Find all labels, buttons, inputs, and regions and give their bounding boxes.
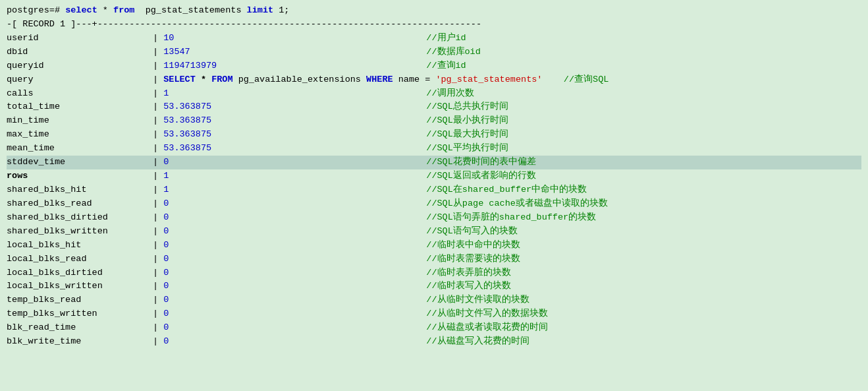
table-name: pg_stat_statements [134, 4, 246, 18]
prompt-line: postgres=# select * from pg_stat_stateme… [7, 4, 861, 18]
comment-total-time: //SQL总共执行时间 [367, 100, 508, 114]
kw-limit: limit [247, 4, 274, 18]
field-temp-blks-read: temp_blks_read [7, 293, 153, 307]
row-total-time: total_time | 53.363875 //SQL总共执行时间 [7, 100, 861, 114]
val-local-blks-read: 0 [163, 253, 367, 266]
val-queryid: 1194713979 [163, 59, 367, 73]
field-total-time: total_time [7, 100, 153, 114]
field-dbid: dbid [7, 45, 153, 59]
field-query: query [7, 73, 153, 87]
val-total-time: 53.363875 [163, 100, 367, 114]
field-rows: rows [7, 169, 153, 183]
val-stddev-time: 0 [163, 156, 367, 169]
query-col: name = [393, 73, 436, 87]
row-userid: userid | 10 //用户id [7, 32, 861, 45]
comment-calls: //调用次数 [367, 87, 474, 101]
row-blk-write-time: blk_write_time | 0 //从磁盘写入花费的时间 [7, 335, 861, 349]
row-shared-blks-read: shared_blks_read | 0 //SQL从page cache或者磁… [7, 197, 861, 211]
row-local-blks-read: local_blks_read | 0 //临时表需要读的块数 [7, 253, 861, 266]
row-max-time: max_time | 53.363875 //SQL最大执行时间 [7, 128, 861, 142]
comment-userid: //用户id [367, 32, 466, 45]
val-blk-read-time: 0 [163, 321, 367, 335]
field-blk-read-time: blk_read_time [7, 321, 153, 335]
field-max-time: max_time [7, 128, 153, 142]
val-shared-blks-read: 0 [163, 197, 367, 211]
field-local-blks-hit: local_blks_hit [7, 239, 153, 253]
val-local-blks-hit: 0 [163, 239, 367, 253]
query-kw-select: SELECT [163, 73, 196, 87]
comment-local-blks-dirtied: //临时表弄脏的块数 [367, 266, 510, 280]
comment-blk-read-time: //从磁盘或者读取花费的时间 [367, 321, 547, 335]
val-rows: 1 [163, 169, 367, 183]
field-shared-blks-hit: shared_blks_hit [7, 183, 153, 197]
row-local-blks-written: local_blks_written | 0 //临时表写入的块数 [7, 280, 861, 293]
val-shared-blks-hit: 1 [163, 183, 367, 197]
row-min-time: min_time | 53.363875 //SQL最小执行时间 [7, 114, 861, 128]
row-queryid: queryid | 1194713979 //查询id [7, 59, 861, 73]
row-local-blks-dirtied: local_blks_dirtied | 0 //临时表弄脏的块数 [7, 266, 861, 280]
comment-local-blks-written: //临时表写入的块数 [367, 280, 510, 293]
val-temp-blks-written: 0 [163, 307, 367, 321]
comment-stddev-time: //SQL花费时间的表中偏差 [367, 156, 536, 169]
row-blk-read-time: blk_read_time | 0 //从磁盘或者读取花费的时间 [7, 321, 861, 335]
query-table: pg_available_extensions [233, 73, 367, 87]
val-calls: 1 [163, 87, 367, 101]
query-kw-from: FROM [211, 73, 232, 87]
field-queryid: queryid [7, 59, 153, 73]
comment-min-time: //SQL最小执行时间 [367, 114, 508, 128]
row-rows: rows | 1 //SQL返回或者影响的行数 [7, 169, 861, 183]
field-local-blks-read: local_blks_read [7, 253, 153, 266]
row-query: query | SELECT * FROM pg_available_exten… [7, 73, 861, 87]
comment-local-blks-hit: //临时表中命中的块数 [367, 239, 520, 253]
val-local-blks-dirtied: 0 [163, 266, 367, 280]
row-calls: calls | 1 //调用次数 [7, 87, 861, 101]
comment-query: //查询SQL [542, 73, 609, 87]
val-max-time: 53.363875 [163, 128, 367, 142]
kw-select: select [65, 4, 97, 18]
row-shared-blks-hit: shared_blks_hit | 1 //SQL在shared_buffer中… [7, 183, 861, 197]
field-shared-blks-written: shared_blks_written [7, 225, 153, 239]
comment-queryid: //查询id [367, 59, 466, 73]
val-shared-blks-dirtied: 0 [163, 211, 367, 225]
field-shared-blks-dirtied: shared_blks_dirtied [7, 211, 153, 225]
terminal: postgres=# select * from pg_stat_stateme… [4, 3, 864, 350]
row-mean-time: mean_time | 53.363875 //SQL平均执行时间 [7, 142, 861, 156]
val-dbid: 13547 [163, 45, 367, 59]
field-mean-time: mean_time [7, 142, 153, 156]
row-shared-blks-written: shared_blks_written | 0 //SQL语句写入的块数 [7, 225, 861, 239]
comment-max-time: //SQL最大执行时间 [367, 128, 508, 142]
val-shared-blks-written: 0 [163, 225, 367, 239]
val-userid: 10 [163, 32, 367, 45]
star: * [97, 4, 113, 18]
row-stddev-time: stddev_time | 0 //SQL花费时间的表中偏差 [7, 156, 861, 169]
comment-dbid: //数据库oid [367, 45, 481, 59]
field-shared-blks-read: shared_blks_read [7, 197, 153, 211]
comment-blk-write-time: //从磁盘写入花费的时间 [367, 335, 529, 349]
limit-val: 1; [273, 4, 289, 18]
val-mean-time: 53.363875 [163, 142, 367, 156]
val-temp-blks-read: 0 [163, 293, 367, 307]
val-local-blks-written: 0 [163, 280, 367, 293]
comment-local-blks-read: //临时表需要读的块数 [367, 253, 520, 266]
field-min-time: min_time [7, 114, 153, 128]
query-kw-where: WHERE [366, 73, 393, 87]
kw-from: from [113, 4, 134, 18]
field-calls: calls [7, 87, 153, 101]
field-stddev-time: stddev_time [7, 156, 153, 169]
row-shared-blks-dirtied: shared_blks_dirtied | 0 //SQL语句弄脏的shared… [7, 211, 861, 225]
field-temp-blks-written: temp_blks_written [7, 307, 153, 321]
comment-shared-blks-read: //SQL从page cache或者磁盘中读取的块数 [367, 197, 608, 211]
comment-shared-blks-hit: //SQL在shared_buffer中命中的块数 [367, 183, 587, 197]
field-blk-write-time: blk_write_time [7, 335, 153, 349]
field-userid: userid [7, 32, 153, 45]
row-temp-blks-written: temp_blks_written | 0 //从临时文件写入的数据块数 [7, 307, 861, 321]
query-star: * [196, 73, 211, 87]
field-local-blks-dirtied: local_blks_dirtied [7, 266, 153, 280]
comment-mean-time: //SQL平均执行时间 [367, 142, 508, 156]
comment-temp-blks-written: //从临时文件写入的数据块数 [367, 307, 547, 321]
comment-shared-blks-dirtied: //SQL语句弄脏的shared_buffer的块数 [367, 211, 596, 225]
comment-temp-blks-read: //从临时文件读取的块数 [367, 293, 529, 307]
comment-rows: //SQL返回或者影响的行数 [367, 169, 536, 183]
comment-shared-blks-written: //SQL语句写入的块数 [367, 225, 518, 239]
row-dbid: dbid | 13547 //数据库oid [7, 45, 861, 59]
